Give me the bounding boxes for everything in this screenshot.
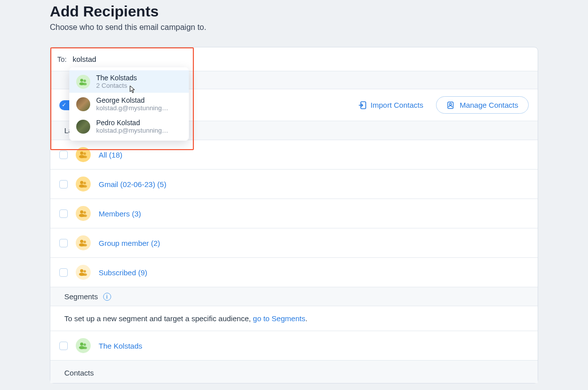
label-text: Gmail (02-06-23) (5) bbox=[99, 180, 166, 189]
svg-point-8 bbox=[83, 152, 86, 155]
svg-point-14 bbox=[83, 185, 87, 188]
svg-point-24 bbox=[83, 270, 86, 272]
label-icon bbox=[76, 235, 91, 250]
segments-section-header: Segments i bbox=[50, 287, 538, 306]
segment-row[interactable]: The Kolstads bbox=[50, 331, 538, 361]
svg-point-7 bbox=[80, 152, 83, 155]
manage-contacts-label: Manage Contacts bbox=[459, 101, 518, 109]
manage-contacts-button[interactable]: Manage Contacts bbox=[436, 96, 529, 114]
recipients-card: To: The Kolstads 2 Contacts bbox=[50, 47, 538, 384]
go-to-segments-link[interactable]: go to Segments bbox=[253, 314, 305, 323]
checkbox[interactable] bbox=[59, 268, 68, 277]
label-text: Subscribed (9) bbox=[99, 268, 147, 277]
autocomplete-item[interactable]: The Kolstads 2 Contacts bbox=[69, 70, 189, 93]
avatar bbox=[76, 120, 90, 134]
label-icon bbox=[76, 206, 91, 221]
import-icon bbox=[358, 101, 367, 110]
svg-point-23 bbox=[80, 269, 83, 272]
svg-point-10 bbox=[83, 156, 87, 158]
svg-point-22 bbox=[83, 244, 87, 246]
segments-note-suffix: . bbox=[305, 314, 307, 323]
label-text: Group member (2) bbox=[99, 239, 160, 247]
segments-note-prefix: To set up a new segment and target a spe… bbox=[64, 314, 253, 323]
to-label: To: bbox=[57, 55, 67, 63]
info-icon[interactable]: i bbox=[103, 293, 111, 301]
contacts-header-text: Contacts bbox=[64, 369, 94, 377]
svg-point-18 bbox=[83, 214, 87, 217]
label-icon bbox=[76, 147, 91, 162]
checkbox[interactable] bbox=[59, 342, 68, 350]
label-icon bbox=[76, 177, 91, 192]
svg-point-1 bbox=[83, 79, 86, 82]
label-row[interactable]: Group member (2) bbox=[50, 228, 538, 258]
autocomplete-item[interactable]: Pedro Kolstad kolstad.p@mystunning… bbox=[69, 115, 189, 138]
autocomplete-item-primary: The Kolstads bbox=[96, 74, 182, 82]
avatar bbox=[76, 97, 90, 111]
contacts-icon bbox=[446, 101, 454, 109]
autocomplete-item-secondary: kolstad.g@mystunning… bbox=[96, 104, 182, 112]
contacts-section-header: Contacts bbox=[50, 361, 538, 383]
group-icon bbox=[76, 75, 90, 89]
label-icon bbox=[76, 265, 91, 280]
autocomplete-item-primary: George Kolstad bbox=[96, 96, 182, 104]
autocomplete-item-secondary: kolstad.p@mystunning… bbox=[96, 127, 182, 134]
label-text: All (18) bbox=[99, 151, 123, 159]
label-row[interactable]: All (18) bbox=[50, 140, 538, 170]
checkbox[interactable] bbox=[59, 151, 68, 159]
autocomplete-dropdown: The Kolstads 2 Contacts George Kolstad k… bbox=[69, 67, 189, 141]
svg-point-30 bbox=[83, 347, 87, 349]
label-row[interactable]: Members (3) bbox=[50, 199, 538, 228]
check-icon: ✓ bbox=[62, 102, 66, 108]
import-contacts-label: Import Contacts bbox=[371, 101, 424, 109]
svg-point-28 bbox=[83, 343, 86, 346]
svg-point-26 bbox=[83, 273, 87, 276]
svg-point-0 bbox=[80, 79, 83, 82]
svg-point-15 bbox=[80, 210, 83, 213]
segments-header-text: Segments bbox=[64, 292, 98, 301]
page-title: Add Recipients bbox=[50, 3, 538, 20]
checkbox[interactable] bbox=[59, 180, 68, 189]
import-contacts-button[interactable]: Import Contacts bbox=[358, 101, 424, 110]
autocomplete-item[interactable]: George Kolstad kolstad.g@mystunning… bbox=[69, 93, 189, 115]
label-row[interactable]: Subscribed (9) bbox=[50, 258, 538, 287]
page-subtitle: Choose who to send this email campaign t… bbox=[50, 23, 538, 32]
checkbox[interactable] bbox=[59, 209, 68, 218]
svg-point-19 bbox=[80, 240, 83, 243]
svg-point-27 bbox=[80, 343, 83, 346]
svg-point-6 bbox=[449, 103, 451, 105]
label-text: Members (3) bbox=[99, 209, 141, 218]
to-input[interactable] bbox=[73, 55, 182, 63]
checkbox[interactable] bbox=[59, 239, 68, 247]
svg-point-12 bbox=[83, 182, 86, 184]
segments-note: To set up a new segment and target a spe… bbox=[50, 306, 538, 331]
autocomplete-item-primary: Pedro Kolstad bbox=[96, 119, 182, 127]
segment-icon bbox=[76, 338, 91, 353]
svg-point-16 bbox=[83, 211, 86, 213]
label-row[interactable]: Gmail (02-06-23) (5) bbox=[50, 170, 538, 199]
to-field-row: To: The Kolstads 2 Contacts bbox=[50, 47, 538, 71]
svg-point-11 bbox=[80, 181, 83, 184]
autocomplete-item-secondary: 2 Contacts bbox=[96, 82, 182, 89]
svg-point-20 bbox=[83, 240, 86, 243]
svg-point-3 bbox=[83, 83, 87, 85]
segment-text: The Kolstads bbox=[99, 342, 143, 350]
